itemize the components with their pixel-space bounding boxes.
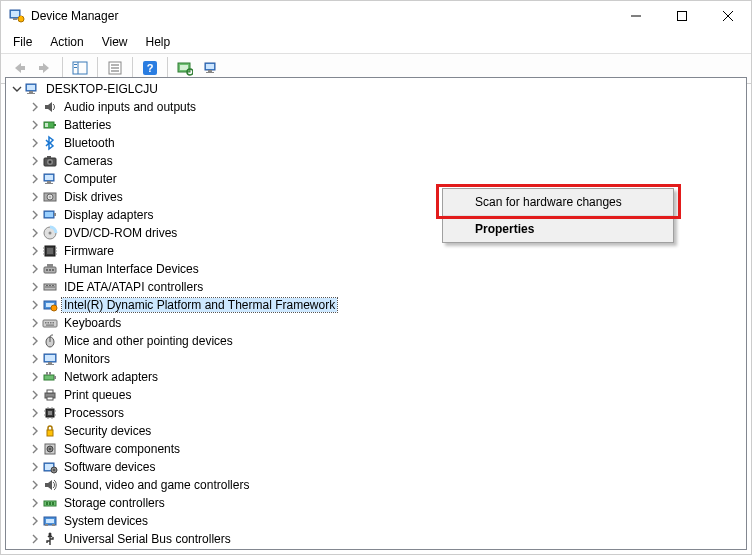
svg-rect-52: [47, 248, 53, 254]
chevron-right-icon[interactable]: [28, 100, 42, 114]
show-hide-tree-button[interactable]: [68, 57, 92, 79]
svg-rect-27: [206, 72, 214, 73]
tree-node[interactable]: Software components: [6, 440, 746, 458]
scan-hardware-button[interactable]: [173, 57, 197, 79]
chevron-right-icon[interactable]: [28, 496, 42, 510]
tree-node[interactable]: Processors: [6, 404, 746, 422]
menu-file[interactable]: File: [5, 33, 40, 51]
close-button[interactable]: [705, 1, 751, 31]
window-controls: [613, 1, 751, 31]
tree-node[interactable]: Monitors: [6, 350, 746, 368]
chevron-down-icon[interactable]: [10, 82, 24, 96]
svg-rect-10: [39, 66, 44, 70]
chevron-right-icon[interactable]: [28, 190, 42, 204]
device-tree[interactable]: DESKTOP-EIGLCJUAudio inputs and outputsB…: [6, 78, 746, 549]
minimize-button[interactable]: [613, 1, 659, 31]
svg-rect-112: [52, 502, 54, 505]
toolbar-separator: [97, 57, 98, 79]
svg-text:?: ?: [147, 62, 154, 74]
tree-node[interactable]: DESKTOP-EIGLCJU: [6, 80, 746, 98]
chevron-right-icon[interactable]: [28, 280, 42, 294]
tree-node-label: System devices: [62, 514, 150, 528]
toolbar-separator: [167, 57, 168, 79]
tree-node[interactable]: Firmware: [6, 242, 746, 260]
tree-node[interactable]: Audio inputs and outputs: [6, 98, 746, 116]
chevron-right-icon[interactable]: [28, 352, 42, 366]
tree-node[interactable]: System devices: [6, 512, 746, 530]
devices-by-connection-button[interactable]: [199, 57, 223, 79]
ide-icon: [42, 279, 58, 295]
chevron-right-icon[interactable]: [28, 442, 42, 456]
chevron-right-icon[interactable]: [28, 208, 42, 222]
chevron-right-icon[interactable]: [28, 388, 42, 402]
svg-rect-47: [45, 212, 53, 217]
tree-node[interactable]: Print queues: [6, 386, 746, 404]
chevron-right-icon[interactable]: [28, 370, 42, 384]
chevron-right-icon[interactable]: [28, 478, 42, 492]
tree-node[interactable]: Bluetooth: [6, 134, 746, 152]
back-button[interactable]: [7, 57, 31, 79]
tree-node[interactable]: Batteries: [6, 116, 746, 134]
chevron-right-icon[interactable]: [28, 406, 42, 420]
chevron-right-icon[interactable]: [28, 118, 42, 132]
properties-button[interactable]: [103, 57, 127, 79]
chevron-right-icon[interactable]: [28, 532, 42, 546]
tree-node[interactable]: Sound, video and game controllers: [6, 476, 746, 494]
svg-rect-2: [13, 18, 17, 20]
forward-button[interactable]: [33, 57, 57, 79]
chevron-right-icon[interactable]: [28, 226, 42, 240]
menu-help[interactable]: Help: [138, 33, 179, 51]
svg-point-104: [49, 448, 51, 450]
tree-node-label: Processors: [62, 406, 126, 420]
ctx-properties[interactable]: Properties: [443, 216, 673, 242]
chevron-right-icon[interactable]: [28, 154, 42, 168]
tree-node[interactable]: Computer: [6, 170, 746, 188]
tree-node[interactable]: Cameras: [6, 152, 746, 170]
svg-rect-110: [46, 502, 48, 505]
system-device-icon: [42, 513, 58, 529]
chevron-right-icon[interactable]: [28, 244, 42, 258]
tree-node-label: Print queues: [62, 388, 133, 402]
svg-rect-48: [54, 213, 56, 216]
tree-node-label: Mice and other pointing devices: [62, 334, 235, 348]
chevron-right-icon[interactable]: [28, 262, 42, 276]
chevron-right-icon[interactable]: [28, 460, 42, 474]
chevron-right-icon[interactable]: [28, 316, 42, 330]
app-icon: [9, 8, 25, 24]
svg-rect-116: [52, 524, 55, 526]
chevron-right-icon[interactable]: [28, 424, 42, 438]
menu-view[interactable]: View: [94, 33, 136, 51]
chevron-right-icon[interactable]: [28, 334, 42, 348]
tree-node[interactable]: Human Interface Devices: [6, 260, 746, 278]
svg-rect-81: [45, 355, 55, 361]
tree-node[interactable]: Storage controllers: [6, 494, 746, 512]
tree-node[interactable]: Mice and other pointing devices: [6, 332, 746, 350]
svg-rect-76: [53, 322, 55, 324]
chevron-right-icon[interactable]: [28, 136, 42, 150]
chevron-right-icon[interactable]: [28, 298, 42, 312]
help-button[interactable]: ?: [138, 57, 162, 79]
monitor-icon: [42, 351, 58, 367]
toolbar-separator: [132, 57, 133, 79]
computer-icon: [42, 171, 58, 187]
tree-node[interactable]: Software devices: [6, 458, 746, 476]
svg-rect-33: [54, 124, 56, 126]
tree-node[interactable]: Universal Serial Bus controllers: [6, 530, 746, 548]
svg-rect-101: [47, 430, 53, 436]
tree-node[interactable]: IDE ATA/ATAPI controllers: [6, 278, 746, 296]
tree-node[interactable]: Keyboards: [6, 314, 746, 332]
ctx-scan-hardware[interactable]: Scan for hardware changes: [443, 189, 673, 216]
battery-icon: [42, 117, 58, 133]
menu-action[interactable]: Action: [42, 33, 91, 51]
tree-node[interactable]: Security devices: [6, 422, 746, 440]
tree-node-label: Software components: [62, 442, 182, 456]
svg-rect-22: [180, 65, 188, 70]
svg-rect-86: [46, 372, 48, 375]
chevron-right-icon[interactable]: [28, 514, 42, 528]
chevron-right-icon[interactable]: [28, 172, 42, 186]
tree-node[interactable]: Intel(R) Dynamic Platform and Thermal Fr…: [6, 296, 746, 314]
tree-node[interactable]: Network adapters: [6, 368, 746, 386]
maximize-button[interactable]: [659, 1, 705, 31]
svg-rect-77: [46, 325, 54, 326]
mouse-icon: [42, 333, 58, 349]
